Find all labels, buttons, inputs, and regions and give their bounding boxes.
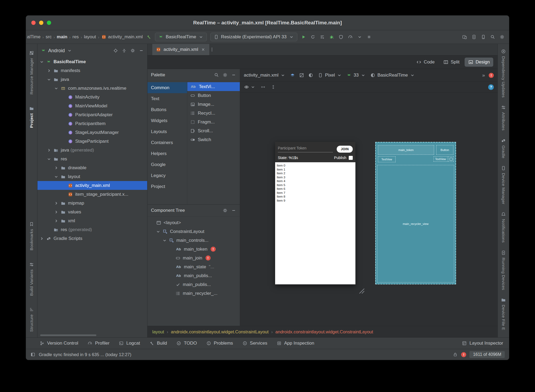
palette-category-text[interactable]: Text [147,93,187,104]
xml-breadcrumb-0[interactable]: layout [152,329,164,334]
nav-crumb-res[interactable]: res [73,34,79,40]
project-tree-item-item-stage-participant-x[interactable]: item_stage_participant.x... [37,190,147,199]
project-horizontal-scrollbar[interactable] [40,334,96,336]
tree-chevron[interactable] [54,209,60,215]
nav-crumb-src[interactable]: src [45,34,52,40]
project-tree-item-layout[interactable]: layout [37,172,147,181]
lock-icon[interactable] [453,352,458,357]
chev-down-icon[interactable] [54,174,59,179]
tree-chevron[interactable] [54,86,60,91]
palette-category-project[interactable]: Project [147,181,187,192]
search-icon[interactable] [214,72,219,78]
chev-right-icon[interactable] [46,68,52,73]
run-tasks-icon[interactable] [320,34,325,40]
tree-chevron[interactable] [54,218,60,224]
profiler-icon[interactable] [348,34,353,40]
palette-category-buttons[interactable]: Buttons [147,104,187,115]
project-tree-item-participantadapter[interactable]: CParticipantAdapter [37,110,147,119]
design-file-selector[interactable]: activity_main.xml [244,73,286,78]
zoom-window-button[interactable] [47,21,51,25]
collapse-icon[interactable] [122,48,127,53]
design-canvas[interactable]: Participant Token JOIN State: %1$s Publi… [240,93,498,326]
toolwindow-stripe-dependency-updates[interactable]: Dependency Updates [501,49,506,97]
run-configuration-selector[interactable]: BasicRealTime [155,33,207,41]
publish-checkbox[interactable] [349,156,353,160]
layers-icon[interactable] [290,73,295,78]
project-tree-item-participantitem[interactable]: CParticipantItem [37,119,147,128]
tree-chevron[interactable] [54,174,60,179]
editor-mode-code[interactable]: Code [413,58,438,67]
tree-chevron[interactable] [47,156,53,162]
project-tree-item-res[interactable]: res [37,154,147,163]
palette-component-button[interactable]: Button [187,91,240,100]
chev-right-icon[interactable] [39,236,44,241]
arrows-h-icon[interactable] [260,84,266,90]
palette-component-textvi[interactable]: AbTextVi... [187,82,240,91]
gear-icon[interactable] [130,48,135,53]
toolwindow-stripe-resource-manager[interactable]: Resource Manager [29,50,34,95]
project-tree-item-com-amazonaws-ivs-realtime[interactable]: com.amazonaws.ivs.realtime [37,84,147,93]
toolwindow-profiler[interactable]: Profiler [87,341,109,346]
toolwindow-stripe-device-manager[interactable]: Device Manager [501,165,506,204]
join-button[interactable]: JOIN [337,146,353,153]
crosshair-icon[interactable] [113,48,118,53]
component-tree-item-main-state[interactable]: Abmain_state"... [147,262,240,271]
toolwindow-stripe-notifications[interactable]: Notifications [501,212,506,243]
toolwindow-logcat[interactable]: Logcat [119,341,140,346]
device-manager-icon[interactable] [481,34,486,40]
toolwindow-version-control[interactable]: Version Control [39,341,78,346]
toolwindow-problems[interactable]: Problems [206,341,233,346]
apply-changes-icon[interactable] [310,34,316,40]
component-tree-item-layout[interactable]: <layout> [147,218,240,227]
component-tree-item-main-recycler[interactable]: main_recycler_... [147,289,240,298]
component-tree-item-main-join[interactable]: main_join! [147,254,240,262]
blueprint-main-token[interactable]: main_token [378,145,434,155]
project-tree-item-mipmap[interactable]: mipmap [37,199,147,208]
project-tree-item-gradle-scripts[interactable]: Gradle Scripts [37,234,147,243]
chev-right-icon[interactable] [54,218,59,224]
minus-icon[interactable] [231,208,236,213]
project-tree-item-drawable[interactable]: drawable [37,163,147,172]
chev-right-icon[interactable] [54,209,59,215]
palette-component-scroll[interactable]: Scroll... [187,126,240,135]
chev-down-icon[interactable] [46,156,52,162]
blueprint-main-state[interactable]: TextView [378,156,396,162]
project-tree-item-activity-main-xml[interactable]: activity_main.xml [37,181,147,190]
hammer-icon[interactable] [146,34,151,40]
tree-chevron[interactable] [40,236,46,241]
nav-crumb-main[interactable]: main [57,34,67,40]
chev-down-icon[interactable] [54,86,59,91]
palette-category-layouts[interactable]: Layouts [147,126,187,137]
project-tree-item-manifests[interactable]: manifests [37,66,147,75]
toolwindow-layout-inspector[interactable]: Layout Inspector [462,341,503,346]
chev-down-icon[interactable] [46,77,52,82]
minus-icon[interactable] [231,72,236,78]
blueprint-main-recycler-view[interactable]: main_recycler_view [377,165,454,282]
settings-icon[interactable] [499,34,505,40]
editor-mode-split[interactable]: Split [440,58,463,67]
search-icon[interactable] [490,34,495,40]
minimize-window-button[interactable] [39,21,43,25]
kebab-icon[interactable] [209,47,215,52]
toolwindow-stripe-build-variants[interactable]: Build Variants [29,262,34,296]
chev-down-icon[interactable] [39,59,44,65]
project-tree-item-mainactivity[interactable]: CMainActivity [37,93,147,101]
chev-down-icon[interactable] [155,229,161,234]
help-icon[interactable]: ? [488,84,494,90]
night-icon[interactable] [308,73,313,78]
toolwindow-stripe-device-file-e[interactable]: Device File E [501,297,506,330]
project-tree-item-basicrealtime[interactable]: BasicRealTime [37,57,147,66]
palette-category-helpers[interactable]: Helpers [147,148,187,159]
project-view-selector[interactable]: Android [41,48,72,54]
gear-icon[interactable] [222,208,228,213]
toolwindow-stripe-project[interactable]: Project [29,106,34,128]
toolwindow-stripe-running-devices[interactable]: Running Devices [501,250,506,290]
gear-icon[interactable] [222,72,228,78]
participant-token-field[interactable]: Participant Token [278,146,333,152]
chev-right-icon[interactable] [46,148,52,153]
toolwindow-app-inspection[interactable]: App Inspection [276,341,314,346]
tree-chevron[interactable] [162,238,169,243]
debug-icon[interactable] [329,34,334,40]
arrows-v-icon[interactable] [271,84,276,90]
blueprint-publish-textview[interactable]: TextView [434,156,447,162]
